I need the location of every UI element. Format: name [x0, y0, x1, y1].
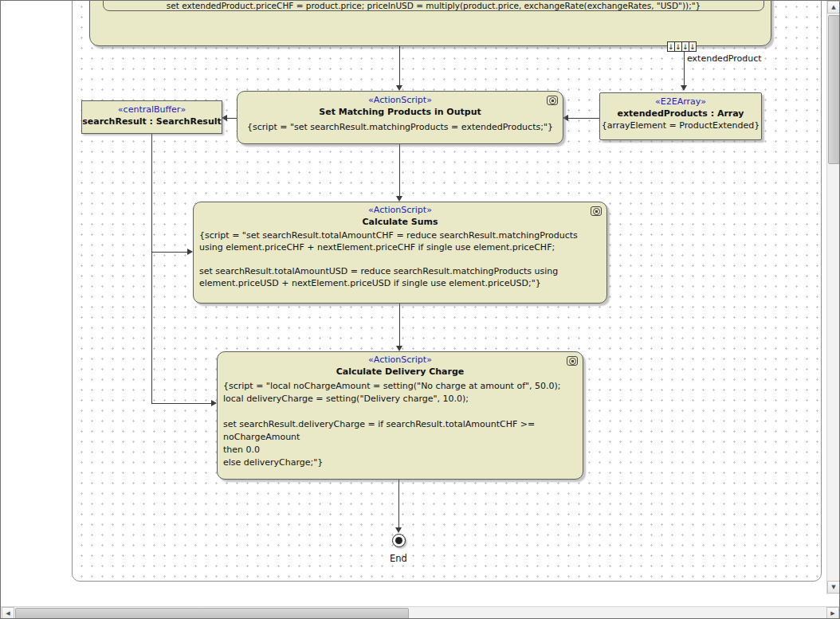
diagram-window: set extendedProduct.priceCHF = product.p…	[0, 0, 840, 619]
action-title: Calculate Sums	[194, 216, 606, 228]
arrowhead-right-icon	[187, 249, 193, 255]
script-line: {script = "local noChargeAmount = settin…	[223, 380, 577, 393]
arrowhead-down-icon	[396, 85, 402, 91]
activity-final-node[interactable]	[392, 534, 406, 547]
edge-region-to-setmatching[interactable]	[399, 46, 400, 86]
array-tagged-value: {arrayElement = ProductExtended}	[600, 119, 761, 131]
script-line: using element.priceCHF + nextElement.pri…	[199, 241, 601, 253]
stereotype-label: «centralBuffer»	[82, 104, 222, 116]
edge-setmatching-to-buffer[interactable]	[227, 118, 237, 119]
script-icon	[547, 96, 558, 105]
clipped-action-node[interactable]: set extendedProduct.priceCHF = product.p…	[103, 1, 764, 11]
script-line: else deliveryCharge;"}	[223, 456, 577, 469]
expansion-node-label: extendedProduct	[687, 53, 762, 64]
arrowhead-right-icon	[211, 400, 217, 406]
activity-final-dot-icon	[395, 537, 402, 544]
arrowhead-left-icon	[222, 115, 227, 121]
script-line: element.priceUSD + nextElement.priceUSD …	[199, 277, 601, 289]
scroll-right-icon: ▶	[830, 610, 834, 617]
buffer-name: searchResult : SearchResult	[82, 116, 222, 128]
scroll-right-button[interactable]: ▶	[826, 607, 839, 619]
script-line: then 0.0	[223, 444, 577, 456]
scroll-left-icon: ◀	[6, 610, 10, 617]
action-script: {script = "set searchResult.matchingProd…	[237, 121, 563, 133]
script-line: {script = "set searchResult.totalAmountC…	[199, 229, 601, 241]
edge-setmatching-to-sums[interactable]	[399, 144, 400, 197]
horizontal-scrollbar[interactable]: ◀ ▶	[1, 606, 840, 619]
action-title: Set Matching Products in Output	[237, 106, 563, 119]
array-name: extendedProducts : Array	[600, 108, 761, 119]
arrowhead-down-icon	[396, 346, 402, 351]
stereotype-label: «E2EArray»	[600, 96, 761, 108]
edge-sums-to-delivery[interactable]	[399, 304, 400, 347]
action-title: Calculate Delivery Charge	[218, 366, 583, 378]
scroll-up-button[interactable]: ▲	[827, 1, 840, 14]
stereotype-label: «ActionScript»	[218, 355, 583, 366]
script-line	[199, 253, 601, 265]
vertical-scrollbar-thumb[interactable]	[828, 15, 840, 164]
scroll-up-icon: ▲	[831, 4, 835, 10]
action-script: {script = "local noChargeAmount = settin…	[218, 378, 583, 469]
clipped-script-text: set extendedProduct.priceCHF = product.p…	[104, 1, 763, 10]
arrowhead-down-icon	[681, 85, 687, 91]
edge-buffer-to-sums[interactable]	[151, 252, 188, 253]
action-calculate-delivery-charge[interactable]: «ActionScript» Calculate Delivery Charge…	[217, 351, 583, 480]
script-line: set searchResult.deliveryCharge = if sea…	[223, 418, 577, 431]
expansion-pin-icon: ↓	[689, 41, 697, 52]
edge-region-to-array[interactable]	[684, 52, 685, 86]
action-script: {script = "set searchResult.totalAmountC…	[194, 228, 606, 289]
arrowhead-down-icon	[396, 196, 402, 202]
script-line: noChargeAmount	[223, 431, 577, 444]
expansion-output-node[interactable]: ↓ ↓ ↓ ↓	[668, 41, 697, 52]
stereotype-label: «ActionScript»	[237, 95, 563, 106]
arrowhead-left-icon	[563, 115, 568, 121]
diagram-canvas[interactable]: set extendedProduct.priceCHF = product.p…	[2, 1, 826, 594]
action-set-matching-products[interactable]: «ActionScript» Set Matching Products in …	[237, 91, 563, 144]
edge-array-to-setmatching[interactable]	[568, 118, 599, 119]
central-buffer-node[interactable]: «centralBuffer» searchResult : SearchRes…	[81, 100, 222, 134]
scroll-down-button[interactable]: ▼	[827, 581, 840, 594]
scroll-down-icon: ▼	[831, 584, 835, 590]
edge-buffer-to-delivery[interactable]	[151, 403, 212, 404]
script-icon	[591, 206, 602, 216]
script-icon	[567, 356, 578, 366]
edge-delivery-to-end[interactable]	[398, 480, 399, 528]
vertical-scrollbar[interactable]: ▲ ▼	[826, 1, 840, 594]
horizontal-scrollbar-thumb[interactable]	[15, 608, 409, 619]
script-line: local deliveryCharge = setting("Delivery…	[223, 393, 577, 405]
stereotype-label: «ActionScript»	[194, 205, 606, 216]
end-node-label: End	[367, 553, 430, 564]
scroll-left-button[interactable]: ◀	[2, 607, 14, 619]
script-line	[223, 405, 577, 418]
action-calculate-sums[interactable]: «ActionScript» Calculate Sums {script = …	[193, 202, 607, 304]
e2e-array-node[interactable]: «E2EArray» extendedProducts : Array {arr…	[599, 92, 762, 140]
script-line: set searchResult.totalAmountUSD = reduce…	[199, 265, 601, 277]
arrowhead-down-icon	[395, 527, 402, 533]
clipped-expansion-region[interactable]: set extendedProduct.priceCHF = product.p…	[89, 1, 771, 46]
edge-buffer-trunk[interactable]	[151, 134, 152, 404]
